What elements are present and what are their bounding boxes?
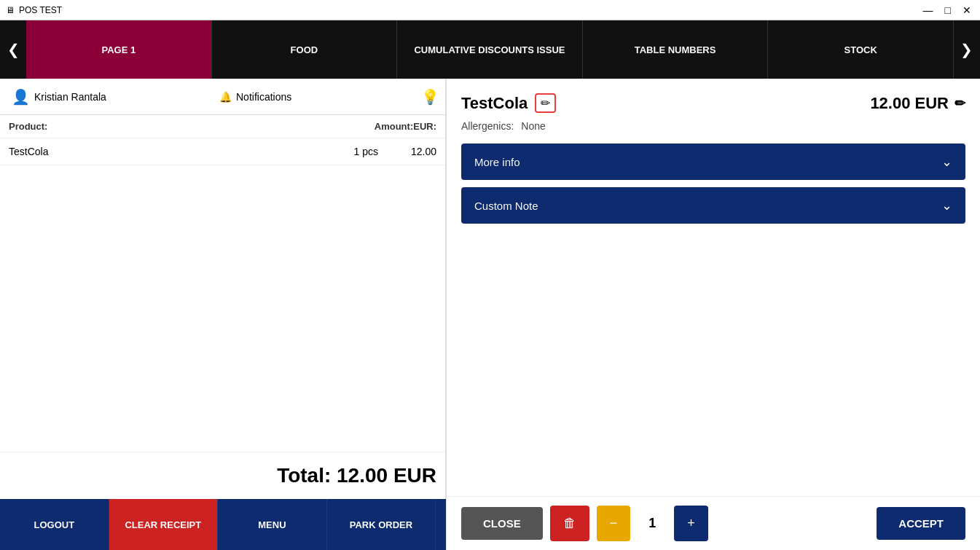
total-bar: Total: 12.00 EUR (0, 452, 445, 499)
receipt-items: TestCola 1 pcs 12.00 (0, 138, 445, 452)
clear-receipt-button[interactable]: CLEAR RECEIPT (109, 499, 219, 550)
product-name: TestCola (461, 94, 528, 113)
main-area: 👤 Kristian Rantala 🔔 Notifications 💡 Pro… (0, 79, 980, 499)
detail-content: TestCola ✏ 12.00 EUR ✏ Allergenics: None (447, 79, 980, 496)
tab-page1[interactable]: PAGE 1 (26, 20, 212, 79)
total-label: Total: 12.00 EUR (277, 464, 436, 487)
close-button[interactable]: CLOSE (461, 507, 543, 540)
allergenics-label: Allergenics: (461, 120, 514, 132)
notifications-section[interactable]: 🔔 Notifications (213, 88, 415, 106)
receipt-header: Product: Amount: EUR: (0, 115, 445, 138)
product-name-edit-button[interactable]: ✏ (535, 93, 556, 113)
table-row[interactable]: TestCola 1 pcs 12.00 (0, 138, 445, 165)
col-amount: Amount: (375, 121, 413, 132)
delete-button[interactable]: 🗑 (550, 506, 589, 541)
detail-panel: TestCola ✏ 12.00 EUR ✏ Allergenics: None (446, 79, 980, 550)
custom-note-accordion[interactable]: Custom Note ⌄ (461, 187, 965, 224)
item-amount: 1 pcs (354, 146, 393, 157)
price-value: 12.00 EUR (870, 94, 949, 113)
bell-icon: 🔔 (219, 91, 232, 103)
more-info-chevron: ⌄ (941, 154, 952, 170)
close-button[interactable]: ✕ (960, 4, 974, 16)
product-title-row: TestCola ✏ (461, 93, 556, 113)
quantity-display: 1 (638, 516, 667, 531)
user-bar: 👤 Kristian Rantala 🔔 Notifications 💡 (0, 79, 445, 115)
notifications-label: Notifications (236, 91, 291, 103)
user-icon: 👤 (12, 88, 30, 106)
product-header: TestCola ✏ 12.00 EUR ✏ (461, 93, 965, 113)
custom-note-chevron: ⌄ (941, 197, 952, 213)
more-info-label: More info (474, 156, 520, 168)
edit-name-icon: ✏ (541, 96, 550, 110)
app-title: POS TEST (19, 5, 62, 15)
navtabs: ❮ PAGE 1 FOOD CUMULATIVE DISCOUNTS ISSUE… (0, 20, 980, 79)
titlebar-left: 🖥 POS TEST (6, 5, 62, 15)
menu-button[interactable]: MENU (218, 499, 327, 550)
user-name: Kristian Rantala (34, 91, 106, 103)
custom-note-label: Custom Note (474, 200, 538, 212)
item-name: TestCola (9, 146, 354, 157)
tab-cumulative-discounts[interactable]: CUMULATIVE DISCOUNTS ISSUE (397, 20, 583, 79)
more-info-accordion[interactable]: More info ⌄ (461, 144, 965, 180)
product-price: 12.00 EUR ✏ (870, 94, 965, 113)
accept-button[interactable]: ACCEPT (877, 507, 965, 540)
plus-button[interactable]: + (674, 506, 708, 541)
item-price: 12.00 (393, 146, 436, 157)
minus-button[interactable]: − (597, 506, 631, 541)
tab-stock[interactable]: STOCK (768, 20, 954, 79)
detail-actions: CLOSE 🗑 − 1 + ACCEPT (447, 496, 980, 550)
titlebar: 🖥 POS TEST — □ ✕ (0, 0, 980, 20)
titlebar-controls: — □ ✕ (920, 4, 974, 16)
nav-right-arrow[interactable]: ❯ (954, 20, 980, 79)
maximize-button[interactable]: □ (942, 4, 954, 16)
allergenics-value: None (521, 120, 545, 132)
plus-icon: + (687, 516, 695, 530)
minus-icon: − (610, 516, 618, 530)
left-panel: 👤 Kristian Rantala 🔔 Notifications 💡 Pro… (0, 79, 446, 499)
col-eur: EUR: (413, 121, 436, 132)
tab-table-numbers[interactable]: TABLE NUMBERS (583, 20, 769, 79)
nav-left-arrow[interactable]: ❮ (0, 20, 26, 79)
user-section[interactable]: 👤 Kristian Rantala (6, 85, 208, 109)
logout-button[interactable]: LOGOUT (0, 499, 109, 550)
app-icon: 🖥 (6, 5, 15, 15)
allergenics-row: Allergenics: None (461, 120, 965, 132)
custom-note-header[interactable]: Custom Note ⌄ (461, 187, 965, 224)
park-order-button[interactable]: PARK ORDER (327, 499, 436, 550)
delete-icon: 🗑 (563, 516, 576, 530)
minimize-button[interactable]: — (920, 4, 936, 16)
col-product: Product: (9, 121, 375, 132)
price-edit-icon[interactable]: ✏ (954, 95, 965, 111)
light-icon[interactable]: 💡 (421, 88, 439, 106)
more-info-header[interactable]: More info ⌄ (461, 144, 965, 180)
tab-food[interactable]: FOOD (212, 20, 398, 79)
